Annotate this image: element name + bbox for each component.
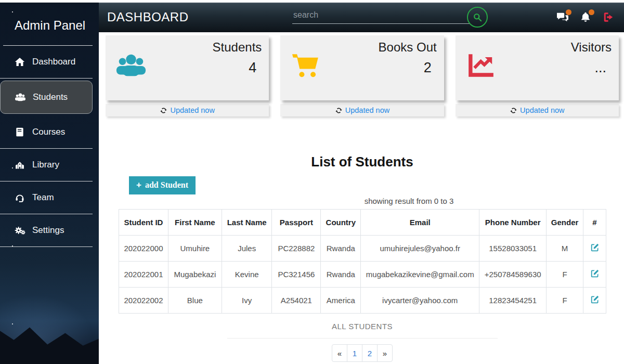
updated-label: Updated now <box>170 106 214 114</box>
sidebar-item-settings[interactable]: Settings <box>0 214 93 247</box>
pagination-next[interactable]: » <box>377 344 393 362</box>
search-button[interactable] <box>467 7 488 28</box>
table-header-row: Student ID First Name Last Name Passport… <box>119 210 606 236</box>
cell-last-name: Ivy <box>222 288 272 314</box>
all-students-label: ALL STUDENTS <box>106 322 619 331</box>
search-input[interactable] <box>292 8 470 24</box>
pagination: « 1 2 » <box>106 344 619 362</box>
cell-passport: A254021 <box>272 288 321 314</box>
edit-icon <box>590 295 600 304</box>
students-table: Student ID First Name Last Name Passport… <box>119 209 606 314</box>
cell-phone: 12823454251 <box>479 288 547 314</box>
showing-result-text: showing result from 0 to 3 <box>106 197 619 205</box>
refresh-icon <box>160 107 167 114</box>
add-student-button[interactable]: + add Student <box>129 176 196 194</box>
sidebar-item-courses[interactable]: Courses <box>0 116 93 149</box>
cell-email: ivycarter@yahoo.com <box>361 288 479 314</box>
pagination-page-1[interactable]: 1 <box>347 344 362 362</box>
col-last-name: Last Name <box>222 210 272 236</box>
cell-student-id: 202022001 <box>119 262 168 288</box>
sidebar-item-students[interactable]: Students <box>0 81 93 114</box>
gears-icon <box>14 225 26 236</box>
users-icon <box>14 92 27 103</box>
cell-email: umuhirejules@yahoo.fr <box>361 236 479 262</box>
sidebar-item-label: Students <box>33 92 68 102</box>
search-icon <box>472 12 483 22</box>
books-out-card[interactable]: Books Out 2 <box>280 35 444 100</box>
visitors-card[interactable]: Visitors ... <box>456 35 619 100</box>
refresh-icon <box>510 107 517 114</box>
sidebar-item-team[interactable]: Team <box>0 181 93 214</box>
card-updated-link[interactable]: Updated now <box>456 104 619 116</box>
cell-country: Rwanda <box>321 236 361 262</box>
table-row: 202022000 Umuhire Jules PC228882 Rwanda … <box>119 236 606 262</box>
col-phone: Phone Number <box>479 210 547 236</box>
page-title: DASHBOARD <box>107 10 189 24</box>
cell-first-name: Umuhire <box>168 236 222 262</box>
updated-label: Updated now <box>520 106 564 114</box>
cell-first-name: Mugabekazi <box>168 262 222 288</box>
edit-icon <box>590 269 600 278</box>
add-student-label: add Student <box>145 180 188 190</box>
topbar: DASHBOARD <box>99 3 624 32</box>
cell-country: Rwanda <box>321 262 361 288</box>
sidebar-item-label: Library <box>32 160 59 170</box>
cell-gender: F <box>547 288 583 314</box>
pagination-page-2[interactable]: 2 <box>362 344 378 362</box>
signout-icon[interactable] <box>602 11 616 24</box>
sidebar-item-label: Dashboard <box>32 57 75 67</box>
cell-last-name: Jules <box>222 236 272 262</box>
messages-icon[interactable] <box>556 11 570 24</box>
cell-student-id: 202022000 <box>119 236 168 262</box>
search-wrap <box>292 8 470 24</box>
notification-dot <box>589 9 594 15</box>
sidebar: Admin Panel Dashboard Students Courses L… <box>0 3 99 364</box>
cell-gender: M <box>547 236 583 262</box>
col-email: Email <box>361 210 479 236</box>
cell-passport: PC228882 <box>272 236 321 262</box>
cell-gender: F <box>547 262 583 288</box>
sidebar-item-dashboard[interactable]: Dashboard <box>0 46 93 79</box>
stat-cards: Students 4 Updated now Books Out 2 <box>106 35 619 116</box>
add-student-row: + add Student <box>106 170 619 194</box>
card-value: 4 <box>249 60 256 76</box>
chart-icon <box>465 52 497 81</box>
sidebar-item-label: Team <box>32 192 54 203</box>
library-icon <box>14 159 26 171</box>
book-icon <box>14 126 26 138</box>
headset-icon <box>14 192 26 203</box>
bell-icon[interactable] <box>579 11 593 24</box>
refresh-icon <box>335 107 343 114</box>
table-row: 202022002 Blue Ivy A254021 America ivyca… <box>119 288 606 314</box>
edit-row-button[interactable] <box>590 243 600 254</box>
edit-row-button[interactable] <box>590 295 600 306</box>
card-updated-link[interactable]: Updated now <box>280 104 444 116</box>
cell-country: America <box>321 288 361 314</box>
sidebar-item-library[interactable]: Library <box>0 149 93 181</box>
col-first-name: First Name <box>168 210 222 236</box>
col-student-id: Student ID <box>119 210 168 236</box>
cell-email: mugabekazikevine@gmail.com <box>361 262 479 288</box>
card-value: 2 <box>424 60 432 76</box>
cell-phone: +250784589630 <box>479 262 547 288</box>
card-value: ... <box>594 60 606 76</box>
cell-last-name: Kevine <box>222 262 272 288</box>
notification-dot <box>566 9 571 15</box>
students-card[interactable]: Students 4 <box>106 35 269 100</box>
pagination-prev[interactable]: « <box>332 344 347 362</box>
topbar-icons <box>556 11 616 24</box>
app-title: Admin Panel <box>0 3 99 45</box>
col-actions: # <box>583 210 606 236</box>
col-passport: Passport <box>272 210 321 236</box>
card-title: Visitors <box>571 40 612 55</box>
home-icon <box>14 56 26 68</box>
col-country: Country <box>321 210 361 236</box>
edit-row-button[interactable] <box>590 269 600 280</box>
col-gender: Gender <box>547 210 583 236</box>
plus-icon: + <box>136 180 141 190</box>
users-icon <box>115 52 147 81</box>
sidebar-item-label: Settings <box>32 225 64 236</box>
edit-icon <box>590 243 600 252</box>
cart-icon <box>290 52 322 81</box>
card-updated-link[interactable]: Updated now <box>106 104 269 116</box>
